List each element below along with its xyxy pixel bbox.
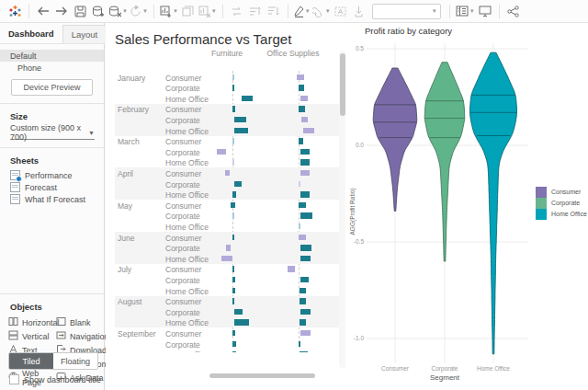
gantt-bar[interactable] [299, 106, 305, 112]
gantt-bar[interactable] [288, 266, 295, 272]
table-row[interactable]: JulyConsumer [115, 264, 339, 275]
table-row[interactable]: Corporate [115, 243, 339, 254]
gantt-bar[interactable] [300, 288, 306, 294]
table-row[interactable]: Home Office [115, 157, 339, 168]
gantt-bar[interactable] [300, 330, 311, 337]
gantt-bar[interactable] [232, 85, 234, 91]
fit-select[interactable]: ▼ [372, 4, 441, 19]
table-row[interactable]: MarchConsumer [115, 136, 339, 147]
device-item-phone[interactable]: Phone [0, 62, 104, 74]
gantt-bar[interactable] [221, 256, 232, 262]
floating-button[interactable]: Floating [53, 353, 97, 369]
show-dashboard-title-checkbox[interactable] [9, 374, 19, 384]
gantt-bar[interactable] [300, 170, 310, 177]
table-row[interactable]: AugustConsumer [115, 296, 339, 307]
table-row[interactable]: Corporate [115, 306, 339, 317]
save-icon[interactable] [72, 2, 88, 20]
table-row[interactable]: Home Office [115, 350, 339, 352]
gantt-bar[interactable] [232, 75, 234, 81]
size-dropdown[interactable]: Custom size (900 x 700) ▼ [10, 126, 95, 140]
vertical-scrollbar-thumb[interactable] [340, 53, 345, 116]
gantt-bar[interactable] [300, 351, 308, 352]
gantt-bar[interactable] [242, 96, 253, 102]
gantt-bar[interactable] [234, 117, 246, 123]
gantt-bar[interactable] [225, 170, 230, 177]
gantt-bar[interactable] [232, 298, 234, 304]
gantt-bar[interactable] [300, 309, 311, 315]
table-row[interactable]: JuneConsumer [115, 232, 339, 243]
table-row[interactable]: Home Office [115, 125, 339, 136]
table-row[interactable]: AprilConsumer [115, 167, 339, 178]
gantt-bar[interactable] [232, 330, 235, 337]
gantt-bar[interactable] [232, 191, 236, 198]
gantt-bar[interactable] [299, 85, 304, 91]
gantt-bar[interactable] [232, 138, 234, 144]
gantt-bar[interactable] [300, 159, 310, 166]
table-row[interactable]: Corporate [115, 211, 339, 222]
gantt-bar[interactable] [297, 75, 304, 81]
gantt-bar[interactable] [299, 181, 300, 188]
violin-chart[interactable]: Profit ratio by category 0.50.0-0.5-1.0C… [346, 23, 588, 390]
gantt-bar[interactable] [299, 224, 300, 230]
gantt-bar[interactable] [232, 235, 234, 241]
share-icon[interactable] [505, 2, 522, 20]
gantt-bar[interactable] [232, 159, 234, 166]
violin-consumer[interactable] [373, 68, 417, 211]
table-row[interactable]: Home Office [115, 221, 339, 232]
table-row[interactable]: Home Office [115, 285, 339, 296]
table-row[interactable]: Corporate [115, 178, 339, 189]
gantt-bar[interactable] [300, 277, 309, 283]
legend-item[interactable]: Consumer [536, 187, 581, 198]
tab-layout[interactable]: Layout [62, 25, 107, 43]
table-row[interactable]: Home Office [115, 253, 339, 264]
object-vertical[interactable]: Vertical [8, 329, 56, 343]
gantt-bar[interactable] [303, 128, 314, 134]
table-row[interactable]: Home Office [115, 189, 339, 201]
gantt-bar[interactable] [231, 202, 235, 209]
gantt-bar[interactable] [300, 319, 306, 326]
table-row[interactable]: Corporate [115, 338, 339, 350]
show-hide-cards-icon[interactable]: ▼ [456, 2, 475, 20]
back-arrow-icon[interactable] [35, 2, 51, 20]
violin-home-office[interactable] [470, 52, 517, 354]
gantt-bar[interactable] [232, 106, 235, 112]
object-blank[interactable]: Blank [56, 315, 104, 329]
gantt-bar[interactable] [232, 277, 235, 283]
tiled-button[interactable]: Tiled [9, 353, 53, 369]
table-row[interactable]: Corporate [115, 83, 339, 94]
gantt-bar[interactable] [232, 212, 234, 219]
sheet-item-what-if-forecast[interactable]: What If Forecast [0, 193, 104, 205]
table-row[interactable]: FebruaryConsumer [115, 104, 339, 115]
gantt-bar[interactable] [234, 309, 243, 315]
new-data-source-icon[interactable] [90, 2, 107, 20]
table-row[interactable]: Corporate [115, 146, 339, 157]
new-worksheet-icon[interactable]: ▼ [160, 2, 178, 20]
gantt-bar[interactable] [217, 149, 226, 155]
table-row[interactable]: Corporate [115, 274, 339, 285]
performance-chart[interactable]: FurnitureOffice SuppliesTechnoJanuaryCon… [115, 49, 339, 352]
gantt-bar[interactable] [232, 288, 235, 294]
gantt-bar[interactable] [299, 235, 306, 241]
table-row[interactable]: SeptemberConsumer [115, 327, 339, 338]
gantt-bar[interactable] [232, 351, 236, 352]
sheet-item-performance[interactable]: Performance [0, 169, 104, 181]
object-navigation[interactable]: Navigation [56, 329, 104, 343]
gantt-bar[interactable] [300, 191, 310, 198]
sheet-item-forecast[interactable]: Forecast [0, 181, 104, 193]
gantt-bar[interactable] [234, 319, 249, 326]
table-row[interactable]: Home Office [115, 93, 339, 104]
forward-arrow-icon[interactable] [53, 2, 70, 20]
object-horizontal[interactable]: Horizontal [8, 315, 56, 329]
gantt-bar[interactable] [226, 245, 231, 251]
device-item-default[interactable]: Default [0, 50, 104, 62]
gantt-bar[interactable] [234, 181, 242, 188]
tableau-logo-icon[interactable] [6, 2, 23, 20]
gantt-bar[interactable] [232, 266, 234, 272]
gantt-bar[interactable] [301, 117, 308, 123]
gantt-bar[interactable] [300, 96, 308, 102]
device-preview-button[interactable]: Device Preview [11, 79, 93, 96]
gantt-bar[interactable] [234, 128, 248, 134]
legend-item[interactable]: Home Office [536, 209, 587, 220]
horizontal-scrollbar-thumb[interactable] [209, 373, 315, 378]
presentation-mode-icon[interactable] [477, 2, 493, 20]
